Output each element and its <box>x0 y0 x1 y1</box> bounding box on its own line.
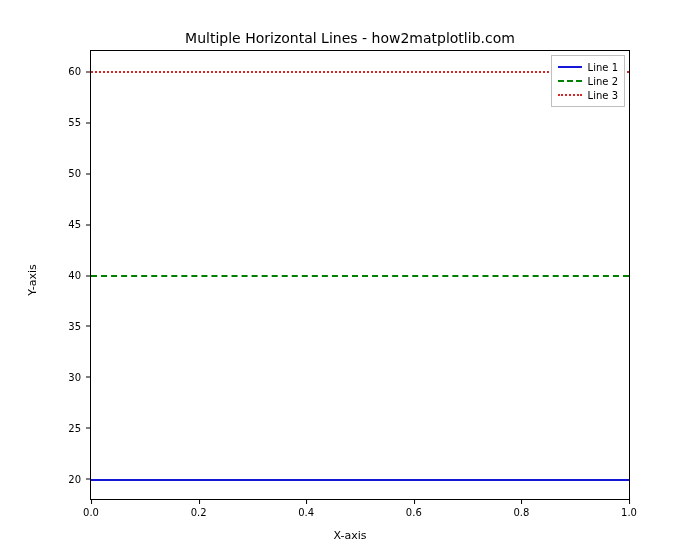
legend-entry: Line 2 <box>558 74 618 88</box>
legend-entry: Line 3 <box>558 88 618 102</box>
y-tick: 25 <box>68 422 91 433</box>
chart-title: Multiple Horizontal Lines - how2matplotl… <box>0 30 700 46</box>
y-axis-label: Y-axis <box>26 264 39 295</box>
legend-label: Line 2 <box>588 76 618 87</box>
line-3 <box>91 71 629 73</box>
line-2 <box>91 275 629 277</box>
x-tick: 0.6 <box>406 499 422 518</box>
y-tick: 20 <box>68 473 91 484</box>
legend-label: Line 1 <box>588 62 618 73</box>
x-axis-label: X-axis <box>0 529 700 542</box>
x-tick: 0.0 <box>83 499 99 518</box>
x-tick: 0.4 <box>298 499 314 518</box>
legend-swatch-dashed <box>558 80 582 82</box>
legend-entry: Line 1 <box>558 60 618 74</box>
x-tick: 0.2 <box>191 499 207 518</box>
x-tick: 1.0 <box>621 499 637 518</box>
x-tick: 0.8 <box>513 499 529 518</box>
legend-swatch-dotted <box>558 94 582 96</box>
plot-area: 20 25 30 35 40 45 50 55 60 0.0 0.2 0.4 0… <box>90 50 630 500</box>
y-tick: 55 <box>68 117 91 128</box>
y-tick: 50 <box>68 168 91 179</box>
legend: Line 1 Line 2 Line 3 <box>551 55 625 107</box>
y-tick: 60 <box>68 66 91 77</box>
y-tick: 35 <box>68 320 91 331</box>
y-tick: 40 <box>68 270 91 281</box>
y-tick: 30 <box>68 371 91 382</box>
line-1 <box>91 479 629 481</box>
legend-label: Line 3 <box>588 90 618 101</box>
chart-figure: Multiple Horizontal Lines - how2matplotl… <box>0 0 700 560</box>
legend-swatch-solid <box>558 66 582 68</box>
y-tick: 45 <box>68 219 91 230</box>
